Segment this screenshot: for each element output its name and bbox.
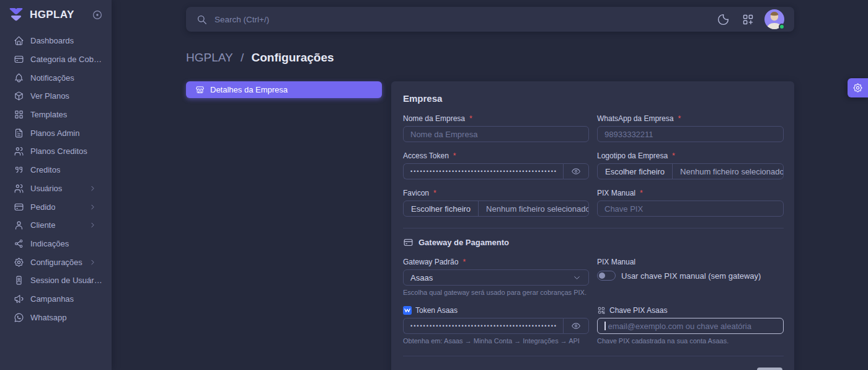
sidebar-item-templates[interactable]: Templates: [0, 106, 112, 124]
sidebar-item-label: Whatsapp: [30, 313, 67, 322]
sidebar-item-label: Indicações: [30, 239, 69, 248]
field-chave-pix-asaas: Chave PIX Asaas email@exemplo.com ou cha…: [597, 306, 784, 345]
sidebar-item-label: Templates: [30, 110, 67, 119]
file-status-text: Nenhum ficheiro selecionado: [673, 164, 783, 179]
required-asterisk: *: [672, 151, 675, 160]
logotipo-file-input[interactable]: Escolher ficheiro Nenhum ficheiro seleci…: [597, 163, 784, 179]
sidebar-item-indicacoes[interactable]: Indicações: [0, 235, 112, 253]
token-asaas-help-text: Obtenha em: Asaas → Minha Conta → Integr…: [403, 337, 589, 345]
dark-mode-moon-icon[interactable]: [717, 13, 730, 26]
sidebar-item-label: Campanhas: [30, 294, 74, 304]
search-icon: [196, 14, 208, 25]
field-label: Favicon: [403, 189, 429, 197]
cutoff-button-edge[interactable]: [757, 368, 782, 370]
sidebar-item-ver-planos[interactable]: Ver Planos: [0, 87, 112, 106]
text-caret: [604, 322, 606, 330]
store-icon: [195, 85, 205, 94]
sidebar-item-campanhas[interactable]: Campanhas: [0, 290, 112, 309]
sidebar-menu: DashboardsCategoria de CobrançaNotificaç…: [0, 32, 112, 327]
gear-icon: [852, 83, 863, 93]
empresa-card: Empresa Nome da Empresa* WhatsApp da Emp…: [391, 81, 794, 370]
topbar: [186, 7, 794, 32]
sidebar-item-label: Creditos: [30, 165, 60, 174]
access-token-eye-button[interactable]: [563, 163, 589, 179]
share-icon: [14, 238, 24, 249]
sidebar-item-label: Configurações: [30, 258, 82, 267]
pix-manual-input[interactable]: [597, 201, 784, 217]
sidebar-collapse-icon[interactable]: [92, 9, 103, 20]
file-choose-button[interactable]: Escolher ficheiro: [404, 201, 479, 216]
quote-icon: [14, 165, 24, 175]
sidebar-item-label: Session de Usuários: [30, 276, 103, 285]
sidebar-header: HGPLAY: [0, 0, 112, 25]
toggle-label: Usar chave PIX manual (sem gateway): [621, 271, 761, 281]
search-input[interactable]: [215, 15, 705, 24]
field-label: PIX Manual: [597, 189, 636, 197]
sidebar-item-label: Usuários: [30, 184, 62, 193]
chave-pix-asaas-input[interactable]: email@exemplo.com ou chave aleatória: [597, 318, 784, 334]
field-label: Logotipo da Empresa: [597, 151, 668, 160]
token-asaas-eye-button[interactable]: [563, 318, 589, 334]
gateway-section-header: Gateway de Pagamento: [403, 237, 784, 248]
favicon-file-input[interactable]: Escolher ficheiro Nenhum ficheiro seleci…: [403, 201, 589, 217]
users-icon: [14, 146, 24, 156]
field-label: Token Asaas: [415, 306, 458, 315]
field-pix-manual-toggle: PIX Manual Usar chave PIX manual (sem ga…: [597, 258, 784, 296]
chave-pix-help-text: Chave PIX cadastrada na sua conta Asaas.: [597, 337, 784, 345]
whatsapp-icon: [14, 312, 24, 323]
file-choose-button[interactable]: Escolher ficheiro: [598, 164, 673, 179]
app-title: HGPLAY: [30, 9, 74, 21]
field-favicon: Favicon* Escolher ficheiro Nenhum fichei…: [403, 189, 589, 217]
sidebar-item-whatsapp[interactable]: Whatsapp: [0, 308, 112, 327]
card-icon: [14, 54, 24, 65]
user-icon: [14, 220, 24, 230]
field-label: Nome da Empresa: [403, 114, 465, 123]
sidebar-item-usuarios[interactable]: Usuários: [0, 179, 112, 198]
file-text-icon: [14, 128, 24, 138]
sidebar-item-dashboards[interactable]: Dashboards: [0, 32, 112, 50]
field-label: Gateway Padrão: [403, 258, 458, 266]
sidebar-item-categoria-cobranca[interactable]: Categoria de Cobrança: [0, 50, 112, 69]
apps-shortcut-icon[interactable]: [742, 13, 755, 26]
divider: [403, 356, 784, 356]
gateway-help-text: Escolha qual gateway será usado para ger…: [403, 289, 589, 296]
field-label: PIX Manual: [597, 258, 636, 266]
eye-icon: [571, 321, 581, 331]
theme-customizer-button[interactable]: [848, 78, 868, 97]
field-access-token: Access Token* ••••••••••••••••••••••••••…: [403, 151, 589, 179]
sidebar-item-configuracoes[interactable]: Configurações: [0, 253, 112, 271]
field-logotipo: Logotipo da Empresa* Escolher ficheiro N…: [597, 151, 784, 179]
page-title: Configurações: [252, 51, 334, 64]
sidebar-item-notificacoes[interactable]: Notificações: [0, 68, 112, 87]
sidebar-item-pedido[interactable]: Pedido: [0, 197, 112, 216]
sidebar-item-cliente[interactable]: Cliente: [0, 216, 112, 235]
required-asterisk: *: [433, 189, 436, 197]
file-status-text: Nenhum ficheiro selecionado: [479, 201, 588, 216]
token-asaas-input[interactable]: ••••••••••••••••••••••••••••••••••••••••…: [403, 318, 563, 334]
sidebar-item-planos-creditos[interactable]: Planos Creditos: [0, 142, 112, 161]
required-asterisk: *: [678, 114, 681, 123]
id-badge-icon: [14, 275, 24, 286]
field-token-asaas: Token Asaas ••••••••••••••••••••••••••••…: [403, 306, 589, 345]
sidebar-item-label: Dashboards: [30, 36, 74, 45]
home-icon: [14, 35, 24, 46]
chevron-down-icon: [572, 273, 582, 282]
required-asterisk: *: [453, 151, 456, 160]
whatsapp-da-empresa-input[interactable]: [597, 126, 784, 142]
pix-manual-toggle-switch[interactable]: [597, 271, 616, 281]
detalhes-da-empresa-button[interactable]: Detalhes da Empresa: [186, 81, 382, 98]
gateway-padrao-select[interactable]: Asaas: [403, 269, 589, 286]
nome-da-empresa-input[interactable]: [403, 126, 589, 142]
field-gateway-padrao: Gateway Padrão* Asaas Escolha qual gatew…: [403, 258, 589, 296]
eye-icon: [571, 166, 581, 176]
breadcrumb-root[interactable]: HGPLAY: [186, 51, 233, 64]
sidebar-item-session-usuarios[interactable]: Session de Usuários: [0, 271, 112, 290]
sidebar-item-label: Planos Admin: [30, 129, 80, 138]
gear-icon: [14, 257, 24, 268]
sidebar-item-creditos[interactable]: Creditos: [0, 161, 112, 179]
user-avatar[interactable]: [764, 9, 784, 29]
field-nome-da-empresa: Nome da Empresa*: [403, 114, 589, 142]
sidebar-item-planos-admin[interactable]: Planos Admin: [0, 124, 112, 142]
required-asterisk: *: [469, 114, 472, 123]
access-token-input[interactable]: ••••••••••••••••••••••••••••••••••••••••…: [403, 163, 563, 179]
